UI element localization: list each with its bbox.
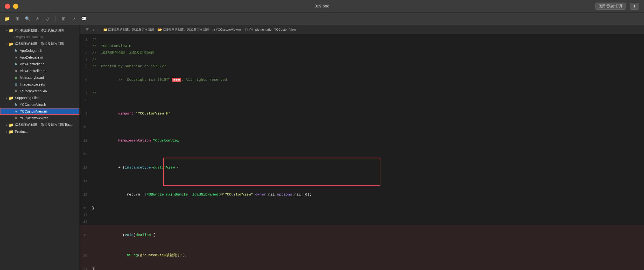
file-label: LaunchScreen.xib <box>20 89 47 93</box>
titlebar: 009.png 使用"预览"打开 ⬆ <box>0 0 644 12</box>
close-button[interactable] <box>5 3 10 9</box>
code-line: 6 // Copyright (c) 2015年 ■■■. All rights… <box>80 70 644 90</box>
h-icon: h <box>14 48 18 53</box>
sidebar-item-images-xcassets[interactable]: ⊞ Images.xcassets <box>0 81 80 88</box>
code-editor[interactable]: 1 // 2 // YCCustomView.m 3 // iOS视图的创建、添… <box>80 34 644 270</box>
code-line-highlighted: 20 NSLog(@"customView被销毁了"); <box>80 246 644 266</box>
code-line-highlighted: 19 - (void)dealloc { <box>80 225 644 246</box>
line-content: // <box>92 90 644 97</box>
sidebar-item-supporting-files[interactable]: 📁 Supporting Files <box>0 94 80 101</box>
line-number: 13 <box>80 164 92 171</box>
code-line: 8 <box>80 97 644 104</box>
breadcrumb-item-group[interactable]: 📂 iOS视图的创建、添加及层次回调 <box>158 27 209 32</box>
sidebar-item-yccustomview-m[interactable]: m YCCustomView.m <box>0 108 80 115</box>
line-content: // YCCustomView.m <box>92 43 644 50</box>
supporting-arrow <box>5 96 9 100</box>
m-icon: m <box>14 68 18 73</box>
folder-icon[interactable]: 📁 <box>4 15 10 22</box>
file-label: ViewController.h <box>20 62 44 66</box>
code-line: 3 // iOS视图的创建、添加及层次回调 <box>80 50 644 56</box>
titlebar-actions: 使用"预览"打开 ⬆ <box>595 3 639 10</box>
line-number: 18 <box>80 218 92 225</box>
toolbar-separator <box>56 15 56 22</box>
breadcrumb-sep-1: › <box>156 28 156 31</box>
xib-icon: ✕ <box>14 89 18 93</box>
open-preview-button[interactable]: 使用"预览"打开 <box>595 3 626 10</box>
line-content: #import "YCCustomView.h" <box>92 104 644 124</box>
code-line-highlighted: 21 } <box>80 266 644 270</box>
storyboard-icon: ▣ <box>14 75 18 80</box>
line-number: 2 <box>80 43 92 50</box>
root-arrow <box>5 28 9 32</box>
sidebar-item-yccustomview-xib[interactable]: ✕ YCCustomView.xib <box>0 115 80 121</box>
line-number: 10 <box>80 124 92 131</box>
supporting-files-label: Supporting Files <box>15 96 39 100</box>
line-number: 7 <box>80 90 92 97</box>
root-label: iOS视图的创建、添加及层次回调 <box>15 28 64 32</box>
line-number: 1 <box>80 36 92 43</box>
file-label: Main.storyboard <box>20 76 44 80</box>
sidebar-item-appdelegate-m[interactable]: m AppDelegate.m <box>0 54 80 61</box>
sidebar-main-group[interactable]: 📂 iOS视图的创建、添加及层次回调 <box>0 40 80 47</box>
line-content: NSLog(@"customView被销毁了"); <box>92 246 644 266</box>
line-number: 14 <box>80 178 92 185</box>
file-label: Images.xcassets <box>20 82 45 86</box>
breadcrumb-item-project[interactable]: 📁 iOS视图的创建、添加及层次回调 <box>103 27 154 32</box>
breadcrumb-item-impl[interactable]: { } @implementation YCCustomView <box>245 28 296 31</box>
line-number: 9 <box>80 110 92 117</box>
sidebar-item-viewcontroller-h[interactable]: h ViewController.h <box>0 61 80 67</box>
breadcrumb-impl-icon: { } <box>245 28 248 31</box>
sidebar: 📁 iOS视图的创建、添加及层次回调 2 targets, iOS SDK 8.… <box>0 25 80 270</box>
line-content: } <box>92 205 644 212</box>
editor-grid-icon[interactable]: ⊞ <box>84 26 90 33</box>
root-folder-icon: 📁 <box>9 28 14 33</box>
sidebar-item-viewcontroller-m[interactable]: m ViewController.m <box>0 67 80 74</box>
code-line: 13 + (instancetype)customView { <box>80 158 644 178</box>
line-number: 16 <box>80 205 92 212</box>
products-label: Products <box>15 130 28 134</box>
breadcrumb: ⊞ ‹ › 📁 iOS视图的创建、添加及层次回调 › 📂 iOS视图的创建、添加… <box>80 25 644 34</box>
arrow-icon[interactable]: ↗ <box>70 15 77 22</box>
code-line: 15 return [[NSBundle mainBundle] loadNib… <box>80 185 644 205</box>
grid-icon[interactable]: ⊞ <box>60 15 67 22</box>
nav-back-button[interactable]: ‹ <box>92 27 95 32</box>
tests-group-label: iOS视图的创建、添加及层次回调Tests <box>15 123 72 127</box>
line-content: + (instancetype)customView { <box>92 158 644 178</box>
line-number: 5 <box>80 63 92 70</box>
breadcrumb-impl-label: @implementation YCCustomView <box>249 28 296 31</box>
line-number: 19 <box>80 232 92 239</box>
sidebar-item-products[interactable]: 📁 Products <box>0 128 80 135</box>
breadcrumb-sep-2: › <box>210 28 212 31</box>
share-button[interactable]: ⬆ <box>630 3 639 10</box>
sidebar-item-yccustomview-h[interactable]: h YCCustomView.h <box>0 101 80 108</box>
code-line: 12 <box>80 151 644 158</box>
redacted-text: ■■■ <box>172 78 181 82</box>
code-line: 2 // YCCustomView.m <box>80 43 644 50</box>
line-number: 12 <box>80 151 92 158</box>
code-line: 11 @implementation YCCustomView <box>80 131 644 151</box>
nav-forward-button[interactable]: › <box>96 27 100 32</box>
toolbar: 📁 ⊞ 🔍 ⚠ ◇ ⊞ ↗ 💬 <box>0 12 644 25</box>
h-icon: h <box>14 102 18 107</box>
warning-icon[interactable]: ⚠ <box>34 15 41 22</box>
line-number: 4 <box>80 56 92 63</box>
folder-icon: 📁 <box>9 122 14 127</box>
m-icon: m <box>14 55 18 60</box>
sidebar-item-tests-group[interactable]: 📁 iOS视图的创建、添加及层次回调Tests <box>0 121 80 128</box>
sidebar-item-main-storyboard[interactable]: ▣ Main.storyboard <box>0 74 80 81</box>
sidebar-root-item[interactable]: 📁 iOS视图的创建、添加及层次回调 <box>0 27 80 34</box>
code-lines: 1 // 2 // YCCustomView.m 3 // iOS视图的创建、添… <box>80 36 644 270</box>
layout-icon[interactable]: ⊞ <box>14 15 21 22</box>
line-content: // Copyright (c) 2015年 ■■■. All rights r… <box>92 70 644 90</box>
minimize-button[interactable] <box>13 3 18 9</box>
sidebar-item-launchscreen-xib[interactable]: ✕ LaunchScreen.xib <box>0 88 80 94</box>
window-title: 009.png <box>314 4 329 9</box>
code-line: 5 // Created by Sunshine on 15/6/27. <box>80 63 644 70</box>
code-line: 14 <box>80 178 644 185</box>
breadcrumb-item-file[interactable]: m YCCustomView.m <box>213 28 241 31</box>
search-icon[interactable]: 🔍 <box>24 15 31 22</box>
sidebar-item-appdelegate-h[interactable]: h AppDelegate.h <box>0 47 80 54</box>
bubble-icon[interactable]: 💬 <box>80 15 87 22</box>
main-group-icon: 📂 <box>9 41 14 46</box>
diamond-icon[interactable]: ◇ <box>44 15 51 22</box>
